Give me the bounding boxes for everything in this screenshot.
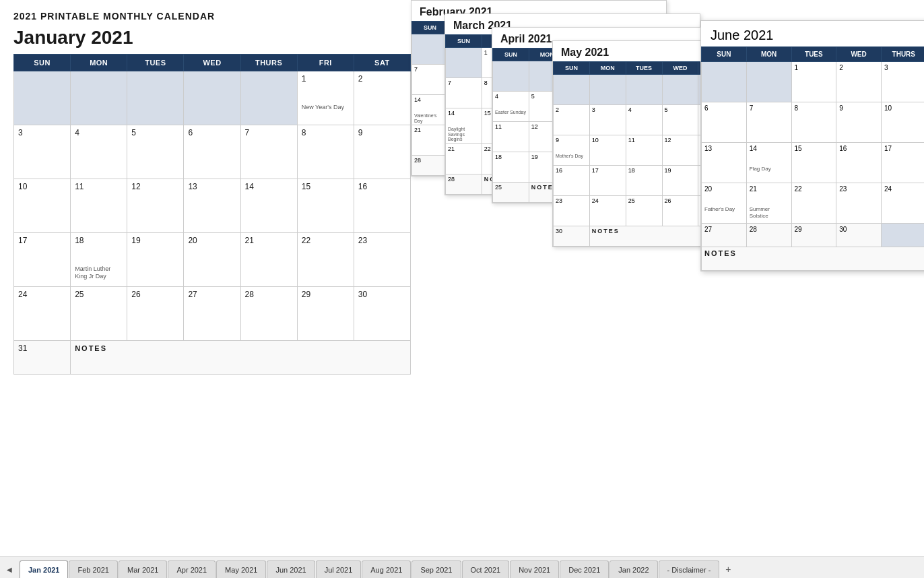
jan-day-6: 6 [184, 125, 240, 179]
jan-day-10: 10 [14, 179, 71, 233]
jan-day-14: 14 [240, 179, 297, 233]
tab-bar: ◀ Jan 2021 Feb 2021 Mar 2021 Apr 2021 Ma… [0, 556, 924, 578]
tab-sep-2021[interactable]: Sep 2021 [411, 560, 461, 578]
tab-aug-2021[interactable]: Aug 2021 [362, 560, 411, 578]
jun-notes-row: 27 28 29 30 [702, 224, 925, 247]
jan-day-24: 24 [14, 287, 71, 341]
jan-day-17: 17 [14, 233, 71, 287]
tab-dec-2021[interactable]: Dec 2021 [560, 560, 609, 578]
june-calendar-wrapper: June 2021 SUN MON TUES WED THURS FRI SAT [700, 20, 924, 271]
jan-empty [184, 71, 240, 125]
jan-notes: NOTES [71, 341, 411, 375]
tab-may-2021[interactable]: May 2021 [216, 560, 266, 578]
jan-empty [127, 71, 184, 125]
jan-day-29: 29 [297, 287, 354, 341]
tab-feb-2021[interactable]: Feb 2021 [69, 560, 117, 578]
table-row: 13 14Flag Day 15 16 17 18 19 [702, 143, 925, 183]
table-row: 1 New Year's Day 2 [14, 71, 411, 125]
table-row: 17 18 Martin LutherKing Jr Day 19 20 21 … [14, 233, 411, 287]
jan-header-thu: THURS [240, 55, 297, 71]
jan-header-fri: FRI [297, 55, 354, 71]
jan-day-18: 18 Martin LutherKing Jr Day [71, 233, 127, 287]
jan-day-11: 11 [71, 179, 127, 233]
jan-header-mon: MON [71, 55, 127, 71]
tab-mar-2021[interactable]: Mar 2021 [119, 560, 167, 578]
jan-empty [240, 71, 297, 125]
tab-add-button[interactable]: + [721, 560, 735, 578]
jan-notes-row: 31 NOTES [14, 341, 411, 375]
tab-jun-2021[interactable]: Jun 2021 [267, 560, 315, 578]
jan-day-31: 31 [14, 341, 71, 375]
jun-notes-label-row: NOTES [702, 247, 925, 271]
jan-day-3: 3 [14, 125, 71, 179]
table-row: 3 4 5 6 7 8 9 [14, 125, 411, 179]
jan-day-28: 28 [240, 287, 297, 341]
jan-header-sun: SUN [14, 55, 71, 71]
jan-day-13: 13 [184, 179, 240, 233]
jan-day-26: 26 [127, 287, 184, 341]
jan-day-12: 12 [127, 179, 184, 233]
jan-day-25: 25 [71, 287, 127, 341]
tab-oct-2021[interactable]: Oct 2021 [462, 560, 510, 578]
tab-jan-2022[interactable]: Jan 2022 [609, 560, 657, 578]
table-row: 20Father's Day 21SummerSolstice 22 23 24… [702, 183, 925, 224]
jan-day-20: 20 [184, 233, 240, 287]
jan-day-15: 15 [297, 179, 354, 233]
jan-day-21: 21 [240, 233, 297, 287]
jan-empty [71, 71, 127, 125]
jan-day-7: 7 [240, 125, 297, 179]
jan-day-5: 5 [127, 125, 184, 179]
feb-header-sun: SUN [412, 22, 449, 34]
jan-day-19: 19 [127, 233, 184, 287]
jan-day-27: 27 [184, 287, 240, 341]
january-calendar: SUN MON TUES WED THURS FRI SAT 1 New Yea… [13, 54, 411, 375]
tab-apr-2021[interactable]: Apr 2021 [168, 560, 216, 578]
tab-jan-2021[interactable]: Jan 2021 [20, 560, 68, 578]
tab-disclaimer[interactable]: - Disclaimer - [659, 560, 720, 578]
jan-empty [14, 71, 71, 125]
table-row: 24 25 26 27 28 29 30 [14, 287, 411, 341]
jan-day-8: 8 [297, 125, 354, 179]
june-calendar: SUN MON TUES WED THURS FRI SAT 1 [701, 46, 924, 271]
jan-day-22: 22 [297, 233, 354, 287]
main-content: 2021 PRINTABLE MONTHLY CALENDAR January … [0, 0, 924, 556]
stacked-calendars: February 2021 SUN MON TUES WED THURS FRI… [397, 0, 924, 535]
jun-month-title: June 2021 [701, 21, 924, 46]
jan-day-4: 4 [71, 125, 127, 179]
table-row: 10 11 12 13 14 15 16 [14, 179, 411, 233]
tab-nov-2021[interactable]: Nov 2021 [510, 560, 559, 578]
jan-day-1: 1 New Year's Day [297, 71, 354, 125]
jan-header-tue: TUES [127, 55, 184, 71]
jan-header-wed: WED [184, 55, 240, 71]
table-row: 6 7 8 9 10 11 12 [702, 102, 925, 143]
table-row: 1 2 3 4 5 [702, 62, 925, 102]
tab-jul-2021[interactable]: Jul 2021 [316, 560, 362, 578]
tab-scroll-left[interactable]: ◀ [3, 560, 16, 578]
